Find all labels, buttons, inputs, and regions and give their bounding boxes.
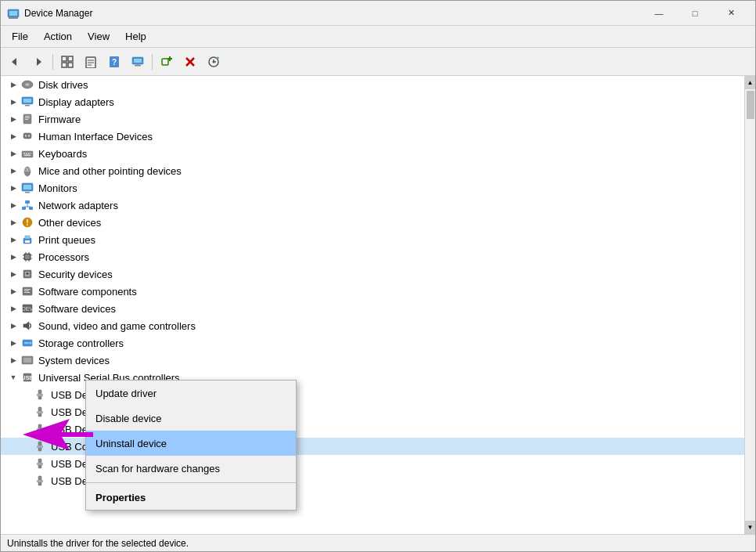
no-expand-2 — [20, 406, 32, 418]
mice-icon — [21, 164, 34, 177]
expand-icon[interactable]: ▶ — [7, 78, 20, 91]
scroll-thumb[interactable] — [745, 89, 756, 121]
uninstall-button[interactable] — [179, 51, 201, 73]
svg-point-86 — [30, 342, 32, 345]
toolbar-sep-1 — [52, 54, 53, 70]
menu-bar: File Action View Help — [1, 26, 755, 48]
tree-item-disk-drives[interactable]: ▶ Disk drives — [1, 76, 744, 93]
expand-icon[interactable]: ▶ — [7, 147, 20, 160]
tree-item-software-comp[interactable]: ▶ Software components — [1, 283, 744, 300]
svg-rect-37 — [23, 133, 31, 139]
software-comp-label: Software components — [38, 286, 137, 298]
svg-rect-16 — [134, 59, 142, 63]
tree-item-firmware[interactable]: ▶ Firmware — [1, 110, 744, 128]
svg-rect-63 — [25, 240, 30, 243]
svg-rect-41 — [23, 153, 25, 154]
tree-item-processors[interactable]: ▶ — [1, 248, 744, 265]
tree-item-software-dev[interactable]: ▶ DEV Software devices — [1, 300, 744, 317]
expand-icon[interactable]: ▶ — [7, 337, 20, 349]
svg-rect-43 — [28, 153, 30, 154]
svg-text:!: ! — [26, 218, 28, 227]
expand-icon[interactable]: ▶ — [7, 285, 20, 298]
computer-button[interactable] — [127, 51, 149, 73]
tree-item-hid[interactable]: ▶ Human Interface Devices — [1, 128, 744, 145]
minimize-button[interactable]: — — [641, 1, 677, 26]
context-properties[interactable]: Properties — [86, 485, 296, 510]
maximize-button[interactable]: □ — [677, 1, 713, 26]
tree-item-security[interactable]: ▶ Security devices — [1, 265, 744, 283]
add-device-button[interactable] — [156, 51, 178, 73]
svg-rect-54 — [22, 207, 26, 210]
hid-label: Human Interface Devices — [38, 131, 153, 143]
svg-rect-1 — [9, 11, 17, 16]
expand-icon[interactable]: ▶ — [7, 113, 20, 125]
scan-hardware-label: Scan for hardware changes — [95, 463, 220, 474]
svg-rect-95 — [37, 411, 43, 413]
scroll-up-button[interactable]: ▲ — [745, 76, 756, 89]
expand-icon[interactable]: ▶ — [7, 199, 20, 211]
tree-item-display-adapters[interactable]: ▶ Display adapters — [1, 93, 744, 110]
svg-rect-103 — [37, 480, 43, 482]
expand-icon[interactable]: ▶ — [7, 182, 20, 194]
tree-item-sound[interactable]: ▶ Sound, video and game controllers — [1, 317, 744, 334]
svg-rect-80 — [24, 290, 29, 291]
menu-help[interactable]: Help — [117, 27, 154, 45]
expand-icon[interactable]: ▶ — [7, 251, 20, 263]
tree-item-storage[interactable]: ▶ Storage controllers — [1, 334, 744, 352]
context-uninstall-device[interactable]: Uninstall device — [86, 431, 296, 456]
software-dev-label: Software devices — [38, 303, 116, 315]
context-disable-device[interactable]: Disable device — [86, 406, 296, 431]
firmware-icon — [21, 113, 34, 125]
security-icon — [21, 268, 34, 280]
show-hide-button[interactable] — [56, 51, 78, 73]
scroll-down-button[interactable]: ▼ — [745, 521, 756, 534]
other-icon: ! — [21, 216, 34, 229]
menu-file[interactable]: File — [4, 27, 36, 45]
expand-icon[interactable]: ▶ — [7, 302, 20, 315]
tree-item-monitors[interactable]: ▶ Monitors — [1, 179, 744, 197]
tree-item-mice[interactable]: ▶ Mice and other pointing devices — [1, 162, 744, 179]
close-button[interactable]: ✕ — [713, 1, 749, 26]
tree-item-system[interactable]: ▶ System devices — [1, 352, 744, 369]
expand-icon[interactable]: ▶ — [7, 164, 20, 177]
context-update-driver[interactable]: Update driver — [86, 381, 296, 406]
tree-item-network[interactable]: ▶ Network adapters — [1, 197, 744, 214]
svg-marker-104 — [23, 419, 93, 450]
tree-item-other[interactable]: ▶ ! Other devices — [1, 214, 744, 231]
expand-icon[interactable]: ▶ — [7, 96, 20, 108]
expand-icon[interactable]: ▶ — [7, 354, 20, 366]
scan-button[interactable] — [203, 51, 225, 73]
title-bar: Device Manager — □ ✕ — [1, 1, 755, 26]
expand-icon[interactable]: ▶ — [7, 268, 20, 280]
expand-icon[interactable]: ▶ — [7, 319, 20, 332]
menu-view[interactable]: View — [80, 27, 117, 45]
svg-text:DEV: DEV — [22, 306, 34, 312]
scrollbar[interactable]: ▲ ▼ — [744, 76, 755, 534]
expand-icon[interactable]: ▶ — [7, 216, 20, 229]
tree-item-keyboards[interactable]: ▶ Keyboards — [1, 145, 744, 162]
svg-rect-8 — [68, 63, 73, 67]
svg-rect-38 — [25, 135, 27, 137]
expand-icon[interactable]: ▼ — [7, 371, 20, 384]
status-bar: Uninstalls the driver for the selected d… — [1, 534, 755, 551]
svg-point-29 — [27, 84, 29, 85]
menu-action[interactable]: Action — [36, 27, 80, 45]
svg-rect-53 — [25, 200, 30, 204]
network-icon — [21, 199, 34, 211]
svg-rect-42 — [26, 153, 27, 154]
expand-icon[interactable]: ▶ — [7, 233, 20, 246]
context-scan-hardware[interactable]: Scan for hardware changes — [86, 456, 296, 481]
properties-button[interactable] — [80, 51, 102, 73]
device-tree[interactable]: ▶ Disk drives ▶ — [1, 76, 744, 534]
expand-icon[interactable]: ▶ — [7, 130, 20, 143]
svg-point-25 — [213, 60, 215, 63]
arrow-indicator — [23, 419, 93, 450]
tree-item-print[interactable]: ▶ Print queues — [1, 231, 744, 248]
help-button[interactable]: ? — [103, 51, 125, 73]
forward-button[interactable] — [27, 51, 49, 73]
back-button[interactable] — [4, 51, 26, 73]
svg-text:?: ? — [112, 58, 117, 67]
svg-rect-79 — [24, 289, 31, 290]
keyboards-icon — [21, 147, 34, 160]
disk-drives-icon — [21, 78, 34, 91]
